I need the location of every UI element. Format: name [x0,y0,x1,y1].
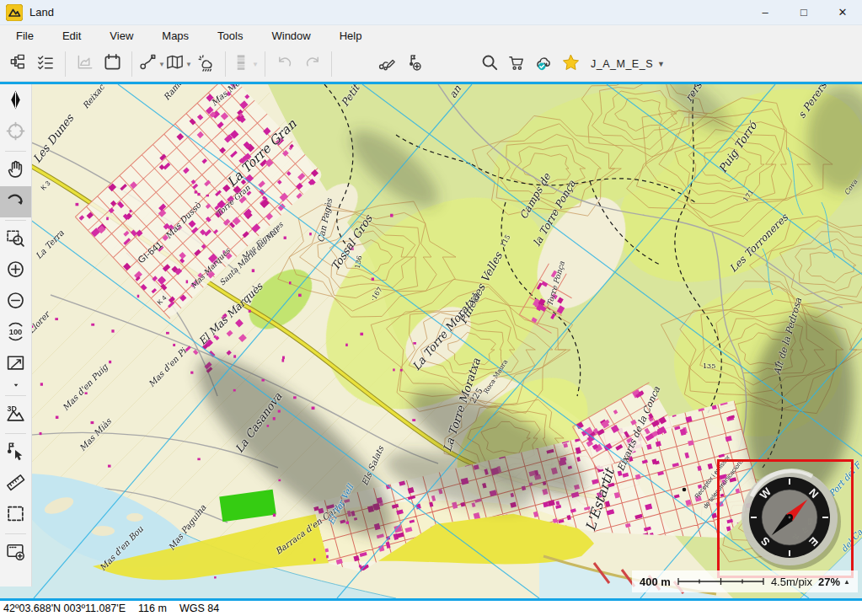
antenna-marker [683,488,687,492]
tool-rotate[interactable] [0,186,31,217]
statistics-icon [76,53,95,76]
waypoint-add-button[interactable] [400,51,427,78]
routes-button[interactable]: ▼ [138,51,165,78]
favorites-button[interactable] [557,51,584,78]
store-button[interactable] [503,51,530,78]
calendar-icon [103,53,122,76]
tool-select-area[interactable] [0,500,31,531]
user-menu[interactable]: J_A_M_E_S▼ [591,58,665,70]
user-name: J_A_M_E_S [591,58,653,70]
tool-fit-view[interactable] [0,349,31,380]
tool-center-position [0,117,31,148]
tool-fit-view-options[interactable] [0,380,31,393]
sidebar-separator [5,533,26,534]
toolbar-separator [65,51,66,77]
route-icon [138,53,158,76]
redo-button [298,51,325,78]
menu-file[interactable]: File [2,25,48,47]
menu-view[interactable]: View [95,25,147,47]
cloud-sync-icon [534,53,554,76]
scale-overlay: 400 m 4.5m/pix 27% ▲ [632,570,858,592]
menu-bar: FileEditViewMapsToolsWindowHelp [0,25,862,47]
minimize-button[interactable]: – [746,0,784,24]
pan-icon [5,158,26,183]
menu-window[interactable]: Window [257,25,324,47]
weather-button[interactable] [192,51,219,78]
dropdown-caret-icon: ▼ [158,61,165,68]
toolbar-separator [265,51,265,77]
cart-icon [507,53,527,76]
menu-tools[interactable]: Tools [203,25,257,47]
open-maps-button[interactable]: ▼ [165,51,192,78]
orient-icon [5,89,26,114]
zoom-level-caret-icon: ▲ [843,578,850,586]
three-d-icon: 3D [5,403,26,427]
item-list-button[interactable] [32,51,59,78]
new-panel-icon [5,541,26,565]
sidebar-separator [5,220,26,221]
legend-button: ▼ [232,51,259,78]
svg-text:100: 100 [9,328,23,336]
scale-distance: 400 m [640,576,671,588]
data-tree-button[interactable] [5,51,32,78]
locate-icon [5,121,26,145]
redo-icon [303,53,322,76]
map-canvas[interactable] [0,84,862,598]
zoom-100-icon: 100 [5,321,26,345]
zoom-level-control[interactable]: 27% ▲ [818,576,850,588]
dropdown-caret-icon: ▼ [252,61,259,68]
status-coordinates: 42º03.688'N 003º11.087'E [3,603,126,614]
legend-icon [232,53,251,76]
tool-view-3d[interactable]: 3D [0,399,31,431]
sidebar-separator [5,433,26,434]
star-icon [561,53,581,76]
tool-orientation[interactable] [0,86,31,117]
search-button[interactable] [476,51,503,78]
caret-icon [10,379,22,394]
zoom-level-value: 27% [818,576,840,588]
waypoint-add-icon [404,53,424,76]
search-icon [480,53,500,76]
rotate-icon [5,190,26,214]
compass-rose[interactable]: NESW 21Es24 [735,463,844,572]
maximize-button[interactable]: □ [784,0,823,24]
tool-measure[interactable] [0,469,31,500]
tool-zoom-100[interactable]: 100 [0,318,31,349]
statistics-button [72,51,99,78]
menu-help[interactable]: Help [325,25,377,47]
undo-button [271,51,298,78]
project-tree-icon [9,53,29,76]
title-bar: Land – □ ✕ [0,0,862,25]
checklist-icon [36,53,56,76]
zoom-out-icon [5,290,26,314]
sidebar-separator [5,395,26,396]
zoom-window-icon [5,228,26,252]
fit-icon [5,352,26,377]
map-viewport: Les DunesReixacRamadesMas MoreuLa Torre … [0,82,862,601]
close-button[interactable]: ✕ [823,0,862,24]
tool-sidebar: 1003D [0,84,32,587]
calendar-button[interactable] [99,51,126,78]
app-title: Land [29,6,54,19]
menu-edit[interactable]: Edit [48,25,95,47]
area-select-icon [5,503,26,528]
user-caret-icon: ▼ [657,60,665,68]
measure-icon [5,472,26,496]
toolbar-separator [225,51,226,77]
tool-zoom-window[interactable] [0,224,31,255]
track-edit-button[interactable] [373,51,400,78]
tool-select-item[interactable] [0,437,31,469]
status-datum: WGS 84 [179,603,219,614]
menu-maps[interactable]: Maps [147,25,203,47]
scale-ruler-icon [677,576,765,587]
cloud-sync-button[interactable] [530,51,557,78]
tool-new-window[interactable] [0,538,31,569]
sidebar-separator [5,151,26,152]
tool-zoom-in[interactable] [0,255,31,287]
scale-resolution: 4.5m/pix [771,576,812,588]
toolbar: ▼▼▼J_A_M_E_S▼ [0,47,862,82]
land-app-window: Land – □ ✕ FileEditViewMapsToolsWindowHe… [0,0,862,616]
tool-pan[interactable] [0,155,31,186]
tool-zoom-out[interactable] [0,287,31,318]
maps-icon [165,53,185,76]
